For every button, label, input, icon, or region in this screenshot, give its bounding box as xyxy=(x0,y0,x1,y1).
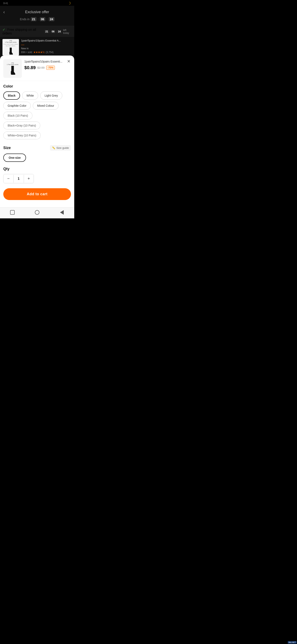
color-option-mixed[interactable]: Mixed Colour xyxy=(33,102,58,110)
home-nav-item[interactable] xyxy=(34,210,40,215)
bottom-navigation xyxy=(0,208,74,218)
page-header: ‹ Exclusive offer xyxy=(3,8,71,16)
star-rating: ★★★★½ xyxy=(33,51,44,54)
color-option-black-gray-10pairs[interactable]: Black+Gray (10 Pairs) xyxy=(3,122,40,130)
product-dash: — xyxy=(21,43,72,47)
modal-close-button[interactable]: ✕ xyxy=(66,58,71,64)
countdown-colon2: : xyxy=(56,30,56,33)
countdown-seconds: 24 xyxy=(57,30,62,34)
page-title: Exclusive offer xyxy=(25,10,49,14)
product-title: 1pair/5pairs/10pairs Essential A... xyxy=(21,39,72,42)
qty-controls: − 1 + xyxy=(3,174,34,183)
moon-icon: ☽ xyxy=(68,1,71,6)
color-option-white[interactable]: White xyxy=(22,92,38,100)
qty-increment-button[interactable]: + xyxy=(24,174,34,183)
product-info: 1pair/5pairs/10pairs Essential A... — Ne… xyxy=(21,39,72,56)
status-time: 9:41 xyxy=(3,2,8,5)
qty-value: 1 xyxy=(13,175,24,183)
color-section-title: Color xyxy=(3,84,71,88)
size-guide-label: Size guide xyxy=(56,146,69,150)
timer-colon1: : xyxy=(38,18,38,21)
sold-count: 89K+ sold xyxy=(21,51,32,54)
color-section: Color Black White Light Grey Graphite Co… xyxy=(0,81,74,142)
ends-in-row: Ends in 21 : 06 : 24 xyxy=(3,16,71,23)
home-icon xyxy=(35,210,39,215)
countdown-hours: 21 xyxy=(44,30,49,34)
status-bar: 9:41 ☽ xyxy=(0,0,74,6)
modal-price-row: $0.89 $2.99 -70% xyxy=(24,65,71,70)
size-section: Size 📏 Size guide One-size xyxy=(0,142,74,164)
color-option-black-10pairs[interactable]: Black (10 Pairs) xyxy=(3,112,32,120)
modal-product-summary: only 1 Pair black socks 1pair/5pairs/10p… xyxy=(0,56,74,81)
ends-in-label: Ends in xyxy=(20,18,29,21)
qty-section-title: Qty xyxy=(3,167,71,171)
background-page: ‹ Exclusive offer Ends in 21 : 06 : 24 xyxy=(0,6,74,26)
timer-hours: 21 xyxy=(31,17,36,21)
modal-product-thumbnail: only 1 Pair black socks xyxy=(3,59,22,78)
recent-apps-icon xyxy=(10,210,15,215)
color-option-graphite[interactable]: Graphite Color xyxy=(3,102,31,110)
timer-colon2: : xyxy=(47,18,47,21)
size-guide-button[interactable]: 📏 Size guide xyxy=(50,145,71,151)
checkmark-icon: ✓ xyxy=(2,28,5,31)
back-nav-item[interactable] xyxy=(59,210,64,215)
modal-sock-image xyxy=(9,66,16,75)
countdown-minutes: 06 xyxy=(51,30,55,34)
modal-product-info: 1pair/5pairs/10pairs Essenti... $0.89 $2… xyxy=(24,59,71,70)
back-button[interactable]: ‹ xyxy=(3,10,5,15)
modal-product-title: 1pair/5pairs/10pairs Essenti... xyxy=(24,60,71,63)
modal-thumb-pair: 1 Pair black socks xyxy=(7,64,18,65)
color-options-container: Black White Light Grey Graphite Color Mi… xyxy=(3,92,71,139)
size-option-one-size[interactable]: One-size xyxy=(3,154,26,162)
modal-thumb-only: only xyxy=(11,62,14,64)
qty-decrement-button[interactable]: − xyxy=(3,174,13,183)
product-row: only 1 Pair black socks If you need 5 pa… xyxy=(0,37,74,58)
timer-minutes: 06 xyxy=(40,17,45,21)
modal-original-price: $2.99 xyxy=(37,66,44,69)
thumb-only-text: only 1 Pair black socks If you need 5 pa… xyxy=(3,40,18,47)
color-option-black[interactable]: Black xyxy=(3,92,20,100)
modal-price: $0.89 xyxy=(24,65,36,70)
color-option-light-grey[interactable]: Light Grey xyxy=(40,92,62,100)
bottom-sheet-modal: only 1 Pair black socks 1pair/5pairs/10p… xyxy=(0,56,74,208)
qty-section: Qty − 1 + xyxy=(0,164,74,185)
size-guide-icon: 📏 xyxy=(52,146,55,150)
product-stats: 89K+ sold ★★★★½ (3,754) xyxy=(21,51,72,54)
countdown-timer: 21 : 06 : 24 left today xyxy=(44,29,72,34)
add-to-cart-section: Add to cart xyxy=(0,185,74,203)
back-icon xyxy=(60,210,64,215)
add-to-cart-button[interactable]: Add to cart xyxy=(3,188,71,200)
size-section-title: Size xyxy=(3,146,11,150)
timer-seconds: 24 xyxy=(49,17,54,21)
left-today-label: left today xyxy=(63,29,72,34)
size-options-container: One-size xyxy=(3,154,71,162)
countdown-colon1: : xyxy=(49,30,50,33)
product-thumbnail: only 1 Pair black socks If you need 5 pa… xyxy=(2,39,19,56)
free-shipping-left: ✓ Free shipping on all orders xyxy=(2,28,44,35)
new-in-badge: New in xyxy=(21,47,72,50)
free-shipping-bar: ✓ Free shipping on all orders 21 : 06 : … xyxy=(0,26,74,37)
review-count: (3,754) xyxy=(46,51,54,54)
color-option-white-grey-10pairs[interactable]: White+Grey (10 Pairs) xyxy=(3,132,41,139)
discount-badge: -70% xyxy=(46,66,55,70)
free-shipping-text: Free shipping on all orders xyxy=(2,28,36,35)
recent-apps-nav-item[interactable] xyxy=(10,210,15,215)
size-header: Size 📏 Size guide xyxy=(3,145,71,151)
sock-image xyxy=(8,47,13,55)
